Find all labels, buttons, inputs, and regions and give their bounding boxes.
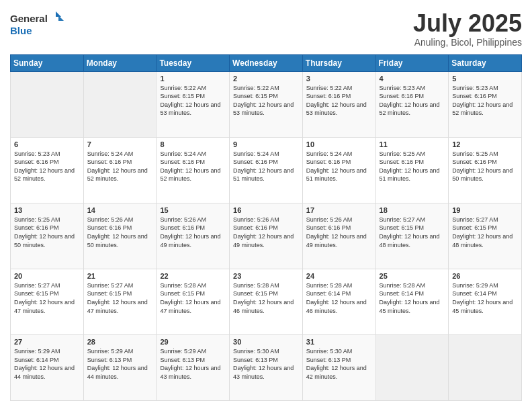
calendar-cell: 10Sunrise: 5:24 AM Sunset: 6:16 PM Dayli… [302,137,375,203]
day-number: 1 [160,75,226,83]
calendar-cell: 6Sunrise: 5:23 AM Sunset: 6:16 PM Daylig… [11,137,84,203]
day-info: Sunrise: 5:28 AM Sunset: 6:15 PM Dayligh… [233,281,299,315]
day-info: Sunrise: 5:26 AM Sunset: 6:16 PM Dayligh… [306,216,372,249]
calendar-cell: 23Sunrise: 5:28 AM Sunset: 6:15 PM Dayli… [230,269,303,334]
day-info: Sunrise: 5:27 AM Sunset: 6:15 PM Dayligh… [87,281,153,315]
day-number: 22 [160,272,226,280]
calendar-cell: 22Sunrise: 5:28 AM Sunset: 6:15 PM Dayli… [157,269,230,334]
day-info: Sunrise: 5:24 AM Sunset: 6:16 PM Dayligh… [160,150,226,183]
day-number: 25 [380,272,445,280]
day-info: Sunrise: 5:23 AM Sunset: 6:16 PM Dayligh… [380,84,445,118]
calendar-cell [449,334,522,400]
day-number: 5 [452,75,518,83]
day-number: 4 [380,75,445,83]
day-number: 30 [233,338,299,346]
day-info: Sunrise: 5:29 AM Sunset: 6:14 PM Dayligh… [452,281,518,315]
day-info: Sunrise: 5:26 AM Sunset: 6:16 PM Dayligh… [87,216,153,249]
day-number: 23 [233,272,299,280]
day-info: Sunrise: 5:29 AM Sunset: 6:14 PM Dayligh… [14,347,80,381]
week-row-3: 13Sunrise: 5:25 AM Sunset: 6:16 PM Dayli… [11,203,522,269]
calendar-header-row: SundayMondayTuesdayWednesdayThursdayFrid… [11,54,522,71]
calendar-body: 1Sunrise: 5:22 AM Sunset: 6:15 PM Daylig… [11,71,522,400]
day-info: Sunrise: 5:22 AM Sunset: 6:15 PM Dayligh… [160,84,226,118]
day-info: Sunrise: 5:26 AM Sunset: 6:16 PM Dayligh… [233,216,299,249]
day-info: Sunrise: 5:24 AM Sunset: 6:16 PM Dayligh… [87,150,153,183]
calendar-cell: 4Sunrise: 5:23 AM Sunset: 6:16 PM Daylig… [375,71,449,137]
calendar-cell [375,334,449,400]
calendar-cell: 12Sunrise: 5:25 AM Sunset: 6:16 PM Dayli… [449,137,522,203]
day-number: 24 [306,272,372,280]
calendar-cell: 30Sunrise: 5:30 AM Sunset: 6:13 PM Dayli… [230,334,303,400]
day-info: Sunrise: 5:23 AM Sunset: 6:16 PM Dayligh… [452,84,518,118]
calendar-cell: 8Sunrise: 5:24 AM Sunset: 6:16 PM Daylig… [157,137,230,203]
day-info: Sunrise: 5:27 AM Sunset: 6:15 PM Dayligh… [380,216,445,249]
day-info: Sunrise: 5:27 AM Sunset: 6:15 PM Dayligh… [14,281,80,315]
day-info: Sunrise: 5:22 AM Sunset: 6:15 PM Dayligh… [233,84,299,118]
day-number: 31 [306,338,372,346]
calendar-cell: 11Sunrise: 5:25 AM Sunset: 6:16 PM Dayli… [375,137,449,203]
calendar-cell: 1Sunrise: 5:22 AM Sunset: 6:15 PM Daylig… [157,71,230,137]
logo-svg: General Blue [10,10,64,38]
day-number: 21 [87,272,153,280]
day-number: 13 [14,206,80,214]
day-info: Sunrise: 5:29 AM Sunset: 6:13 PM Dayligh… [87,347,153,381]
calendar-cell: 25Sunrise: 5:28 AM Sunset: 6:14 PM Dayli… [375,269,449,334]
day-number: 7 [87,140,153,148]
calendar-cell: 5Sunrise: 5:23 AM Sunset: 6:16 PM Daylig… [449,71,522,137]
day-info: Sunrise: 5:25 AM Sunset: 6:16 PM Dayligh… [380,150,445,183]
day-number: 27 [14,338,80,346]
day-number: 20 [14,272,80,280]
header-tuesday: Tuesday [157,54,230,71]
header-monday: Monday [83,54,157,71]
calendar-cell: 27Sunrise: 5:29 AM Sunset: 6:14 PM Dayli… [11,334,84,400]
calendar-cell [83,71,157,137]
subtitle: Anuling, Bicol, Philippines [413,37,522,48]
day-info: Sunrise: 5:28 AM Sunset: 6:14 PM Dayligh… [380,281,445,315]
svg-marker-3 [58,15,64,21]
header-sunday: Sunday [11,54,84,71]
day-number: 17 [306,206,372,214]
calendar-cell: 21Sunrise: 5:27 AM Sunset: 6:15 PM Dayli… [83,269,157,334]
calendar-cell: 28Sunrise: 5:29 AM Sunset: 6:13 PM Dayli… [83,334,157,400]
calendar-table: SundayMondayTuesdayWednesdayThursdayFrid… [10,54,522,401]
day-number: 8 [160,140,226,148]
day-info: Sunrise: 5:23 AM Sunset: 6:16 PM Dayligh… [14,150,80,183]
day-number: 2 [233,75,299,83]
logo: General Blue [10,10,64,38]
day-info: Sunrise: 5:22 AM Sunset: 6:16 PM Dayligh… [306,84,372,118]
calendar-cell: 3Sunrise: 5:22 AM Sunset: 6:16 PM Daylig… [302,71,375,137]
day-info: Sunrise: 5:30 AM Sunset: 6:13 PM Dayligh… [233,347,299,381]
week-row-2: 6Sunrise: 5:23 AM Sunset: 6:16 PM Daylig… [11,137,522,203]
calendar-cell: 9Sunrise: 5:24 AM Sunset: 6:16 PM Daylig… [230,137,303,203]
day-number: 10 [306,140,372,148]
day-info: Sunrise: 5:29 AM Sunset: 6:13 PM Dayligh… [160,347,226,381]
calendar-cell: 7Sunrise: 5:24 AM Sunset: 6:16 PM Daylig… [83,137,157,203]
day-number: 19 [452,206,518,214]
header-saturday: Saturday [449,54,522,71]
week-row-1: 1Sunrise: 5:22 AM Sunset: 6:15 PM Daylig… [11,71,522,137]
calendar-cell: 2Sunrise: 5:22 AM Sunset: 6:15 PM Daylig… [230,71,303,137]
day-info: Sunrise: 5:24 AM Sunset: 6:16 PM Dayligh… [233,150,299,183]
day-number: 28 [87,338,153,346]
calendar-cell: 16Sunrise: 5:26 AM Sunset: 6:16 PM Dayli… [230,203,303,269]
calendar-cell: 17Sunrise: 5:26 AM Sunset: 6:16 PM Dayli… [302,203,375,269]
svg-text:Blue: Blue [10,25,32,36]
day-info: Sunrise: 5:25 AM Sunset: 6:16 PM Dayligh… [452,150,518,183]
day-number: 15 [160,206,226,214]
week-row-4: 20Sunrise: 5:27 AM Sunset: 6:15 PM Dayli… [11,269,522,334]
day-info: Sunrise: 5:30 AM Sunset: 6:13 PM Dayligh… [306,347,372,381]
title-block: July 2025 Anuling, Bicol, Philippines [413,10,522,48]
day-number: 6 [14,140,80,148]
day-info: Sunrise: 5:27 AM Sunset: 6:15 PM Dayligh… [452,216,518,249]
svg-text:General: General [10,13,48,24]
day-number: 18 [380,206,445,214]
header: General Blue July 2025 Anuling, Bicol, P… [10,10,522,48]
week-row-5: 27Sunrise: 5:29 AM Sunset: 6:14 PM Dayli… [11,334,522,400]
calendar-cell [11,71,84,137]
day-info: Sunrise: 5:26 AM Sunset: 6:16 PM Dayligh… [160,216,226,249]
calendar-cell: 31Sunrise: 5:30 AM Sunset: 6:13 PM Dayli… [302,334,375,400]
calendar-cell: 24Sunrise: 5:28 AM Sunset: 6:14 PM Dayli… [302,269,375,334]
calendar-cell: 19Sunrise: 5:27 AM Sunset: 6:15 PM Dayli… [449,203,522,269]
main-title: July 2025 [413,10,522,37]
day-number: 26 [452,272,518,280]
